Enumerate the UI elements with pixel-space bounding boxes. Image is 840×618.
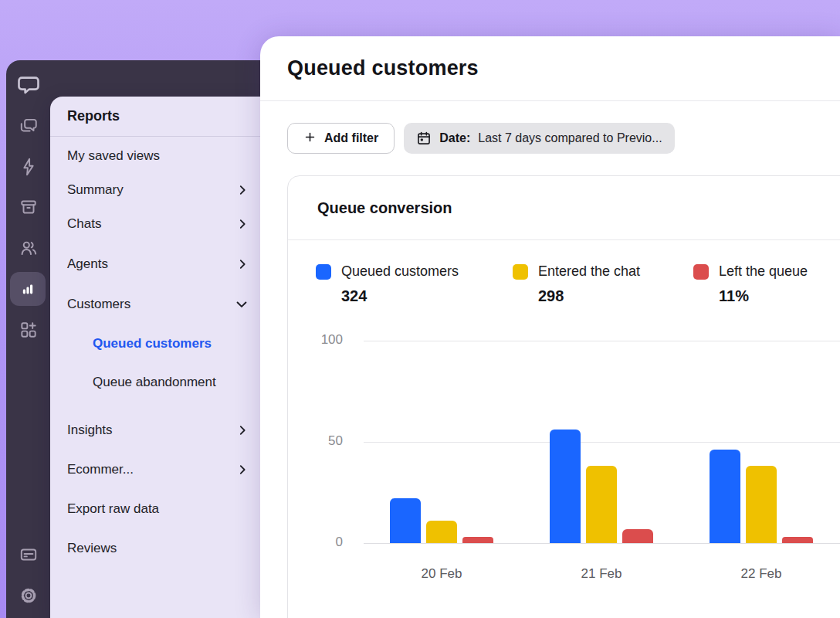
bar-21-feb-entered-the-chat[interactable]: [586, 466, 617, 543]
legend-label: Left the queue: [719, 263, 808, 280]
app-window: Reports My saved viewsSummaryChatsAgents…: [0, 0, 840, 618]
legend-label: Queued customers: [341, 263, 459, 280]
y-axis-tick-50: 50: [288, 433, 343, 449]
nav-item-ecommer[interactable]: Ecommer...: [50, 450, 260, 489]
nav-item-insights[interactable]: Insights: [50, 410, 260, 450]
nav-item-label: Customers: [67, 297, 130, 312]
rail-item-automation[interactable]: [6, 157, 50, 177]
nav-item-my-saved-views[interactable]: My saved views: [50, 139, 260, 173]
date-filter-label: Date:: [439, 131, 470, 145]
gridline-100: [364, 341, 840, 341]
legend-swatch: [513, 264, 528, 280]
nav-item-queued-customers[interactable]: Queued customers: [50, 324, 260, 363]
bar-20-feb-left-the-queue[interactable]: [462, 537, 493, 543]
bar-chart: 10050020 Feb21 Feb22 Feb: [288, 328, 840, 583]
x-axis-label-20-feb: 20 Feb: [411, 566, 472, 582]
nav-item-label: Queued customers: [93, 336, 212, 351]
nav-item-reviews[interactable]: Reviews: [50, 528, 260, 568]
legend-value: 298: [538, 287, 693, 305]
legend-swatch: [316, 264, 331, 280]
y-axis-tick-0: 0: [288, 535, 343, 550]
plus-icon: [303, 131, 317, 147]
customers-icon: [19, 238, 39, 258]
nav-item-chats[interactable]: Chats: [50, 207, 260, 241]
rail-item-settings[interactable]: [6, 586, 50, 606]
chart-legend: Queued customers324Entered the chat298Le…: [288, 240, 840, 305]
rail-item-livechat-logo[interactable]: [6, 71, 50, 99]
automation-icon: [19, 157, 39, 177]
reports-sidebar-title: Reports: [50, 97, 260, 137]
legend-item-entered-the-chat[interactable]: Entered the chat298: [513, 263, 693, 305]
legend-value: 11%: [719, 287, 808, 305]
reports-sidebar: Reports My saved viewsSummaryChatsAgents…: [50, 97, 260, 618]
card-header: Queue conversion: [288, 176, 840, 240]
rail-item-billing[interactable]: [6, 545, 50, 565]
chevron-right-icon: [235, 463, 249, 477]
add-filter-button[interactable]: Add filter: [287, 123, 395, 154]
bar-21-feb-left-the-queue[interactable]: [622, 529, 653, 543]
nav-item-label: Chats: [67, 216, 101, 232]
x-axis-label-21-feb: 21 Feb: [571, 566, 632, 582]
chevron-right-icon: [235, 217, 249, 231]
nav-item-queue-abandonment[interactable]: Queue abandonment: [50, 363, 260, 402]
page-header: Queued customers: [260, 36, 840, 101]
card-title: Queue conversion: [317, 199, 452, 217]
archives-icon: [19, 197, 39, 217]
rail-item-reports[interactable]: [10, 272, 46, 306]
nav-item-agents[interactable]: Agents: [50, 244, 260, 284]
nav-item-label: Ecommer...: [67, 462, 134, 477]
reports-icon: [19, 280, 37, 298]
legend-swatch: [693, 264, 709, 280]
filter-row: Add filter Date: Last 7 days compared to…: [287, 123, 840, 154]
bar-21-feb-queued-customers[interactable]: [550, 430, 581, 543]
chevron-right-icon: [235, 257, 249, 271]
legend-item-queued-customers[interactable]: Queued customers324: [316, 263, 513, 305]
chevron-down-icon: [234, 297, 249, 312]
nav-item-label: Queue abandonment: [93, 375, 216, 390]
bar-22-feb-left-the-queue[interactable]: [782, 537, 813, 543]
bar-20-feb-queued-customers[interactable]: [390, 498, 421, 543]
page-title: Queued customers: [287, 56, 479, 80]
nav-item-summary[interactable]: Summary: [50, 173, 260, 207]
legend-value: 324: [341, 287, 513, 305]
nav-item-customers[interactable]: Customers: [50, 284, 260, 324]
bar-22-feb-entered-the-chat[interactable]: [746, 466, 777, 543]
bar-22-feb-queued-customers[interactable]: [710, 450, 740, 543]
y-axis-tick-100: 100: [288, 332, 343, 348]
legend-item-left-the-queue[interactable]: Left the queue11%: [693, 263, 808, 305]
apps-icon: [19, 320, 39, 340]
nav-item-label: My saved views: [67, 148, 160, 164]
calendar-icon: [416, 131, 432, 146]
gridline-50: [364, 442, 840, 443]
nav-item-label: Agents: [67, 256, 108, 272]
settings-icon: [19, 586, 39, 606]
chevron-right-icon: [235, 183, 249, 197]
rail-item-customers[interactable]: [6, 238, 50, 258]
nav-item-label: Export raw data: [67, 501, 159, 517]
nav-item-label: Summary: [67, 182, 124, 198]
gridline-0: [364, 543, 840, 544]
billing-icon: [19, 545, 39, 565]
rail-item-apps[interactable]: [6, 320, 50, 340]
legend-label: Entered the chat: [538, 263, 640, 280]
reports-nav-list: My saved viewsSummaryChatsAgentsCustomer…: [50, 137, 260, 568]
nav-item-export-raw-data[interactable]: Export raw data: [50, 489, 260, 528]
x-axis-label-22-feb: 22 Feb: [730, 566, 792, 582]
chats-icon: [19, 116, 39, 136]
rail-item-archives[interactable]: [6, 197, 50, 217]
add-filter-label: Add filter: [324, 131, 378, 145]
nav-item-label: Insights: [67, 423, 113, 438]
queue-conversion-card: Queue conversion Queued customers324Ente…: [287, 175, 840, 618]
rail-item-chats[interactable]: [6, 116, 50, 136]
livechat-logo-icon: [17, 73, 40, 97]
date-filter-chip[interactable]: Date: Last 7 days compared to Previo...: [404, 123, 674, 154]
app-sidebar-rail: [6, 60, 50, 618]
main-panel: Queued customers Add filter Date: L: [260, 36, 840, 618]
chevron-right-icon: [235, 423, 249, 437]
date-filter-value: Last 7 days compared to Previo...: [478, 131, 662, 145]
bar-20-feb-entered-the-chat[interactable]: [426, 521, 457, 543]
nav-item-label: Reviews: [67, 541, 117, 556]
